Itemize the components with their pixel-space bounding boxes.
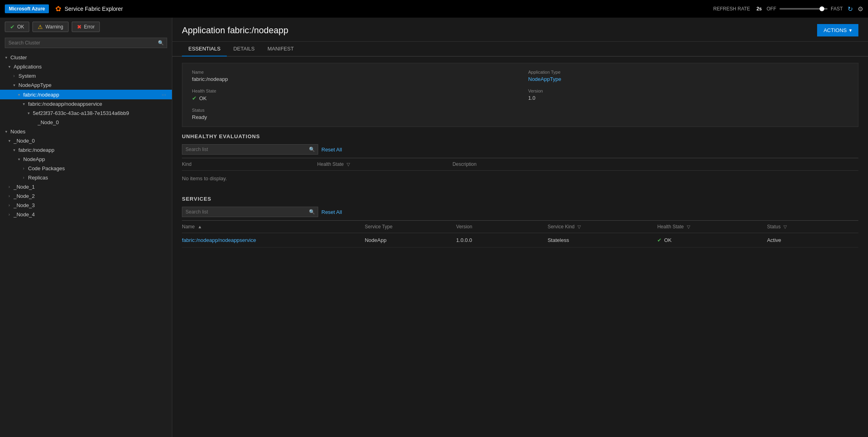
svc-col-status[interactable]: Status ▽ xyxy=(767,224,858,230)
toggle-icon-applications: ▾ xyxy=(6,64,12,69)
ok-icon: ✔ xyxy=(10,24,15,30)
error-button[interactable]: ✖ Error xyxy=(72,22,100,32)
sidebar-item-node0-fabric[interactable]: ▾fabric:/nodeapp xyxy=(0,145,172,155)
toggle-icon-node0-nodeapp: ▾ xyxy=(16,157,22,161)
sidebar-item-replica-hash[interactable]: ▾5ef23f37-633c-43ac-a138-7e15314a6bb9 xyxy=(0,109,172,118)
sidebar-item-node2[interactable]: ›_Node_2 xyxy=(0,191,172,201)
gear-icon: ✿ xyxy=(55,4,61,13)
tab-details[interactable]: DETAILS xyxy=(227,42,261,56)
svc-col-name[interactable]: Name ▲ xyxy=(182,224,365,230)
actions-button[interactable]: ACTIONS ▾ xyxy=(817,24,858,36)
version-field: Version 1.0 xyxy=(528,89,848,101)
speed-slider[interactable]: OFF FAST xyxy=(767,6,843,12)
sidebar-item-label-node0-fabric: fabric:/nodeapp xyxy=(18,147,55,153)
sidebar-item-label-node0-under-replica: _Node_0 xyxy=(38,119,59,125)
status-label: Status xyxy=(192,108,512,113)
toggle-icon-replica-hash: ▾ xyxy=(26,111,31,115)
tab-essentials[interactable]: ESSENTIALS xyxy=(182,42,227,56)
sidebar-item-node0[interactable]: ▾_Node_0 xyxy=(0,136,172,145)
unhealthy-search-icon: 🔍 xyxy=(309,147,315,152)
unhealthy-table-header: Kind Health State ▽ Description xyxy=(182,158,858,171)
health-state-value: ✔ OK xyxy=(192,95,512,101)
sidebar-item-node3[interactable]: ›_Node_3 xyxy=(0,201,172,210)
svc-health-filter-icon: ▽ xyxy=(687,224,690,229)
col-kind: Kind xyxy=(182,161,317,167)
app-title: ✿ Service Fabric Explorer xyxy=(55,4,123,13)
sidebar-item-label-node0-nodeapp: NodeApp xyxy=(23,156,45,162)
sidebar-item-label-node2: _Node_2 xyxy=(14,193,35,199)
sidebar-item-node0-under-replica[interactable]: _Node_0 xyxy=(0,118,172,127)
services-search-icon: 🔍 xyxy=(309,209,315,215)
sidebar-item-cluster[interactable]: ▾Cluster xyxy=(0,53,172,62)
services-search-input[interactable] xyxy=(182,207,318,217)
sidebar-item-label-nodes: Nodes xyxy=(10,129,26,135)
status-value: Ready xyxy=(192,114,512,120)
warning-icon: ⚠ xyxy=(38,24,43,30)
svc-col-health-state[interactable]: Health State ▽ xyxy=(657,224,767,230)
sidebar-item-label-node0-replicas: Replicas xyxy=(28,175,48,181)
sidebar-item-fabric-nodeapp[interactable]: ▾fabric:/nodeapp··· xyxy=(0,90,172,99)
unhealthy-section: UNHEALTHY EVALUATIONS 🔍 Reset All Kind H… xyxy=(172,133,868,196)
sidebar-item-applications[interactable]: ▾Applications xyxy=(0,62,172,71)
toggle-icon-node2: › xyxy=(6,194,12,198)
warning-button[interactable]: ⚠ Warning xyxy=(32,22,68,32)
settings-icon[interactable]: ⚙ xyxy=(858,5,863,13)
fast-label: FAST xyxy=(831,6,843,12)
sidebar-item-node0-nodeapp[interactable]: ▾NodeApp xyxy=(0,155,172,164)
off-label: OFF xyxy=(767,6,776,12)
actions-chevron-icon: ▾ xyxy=(849,27,852,33)
health-state-filter-icon[interactable]: ▽ xyxy=(347,162,350,167)
azure-logo[interactable]: Microsoft Azure xyxy=(5,4,49,13)
sidebar-item-nodes[interactable]: ▾Nodes xyxy=(0,127,172,136)
toggle-icon-system: › xyxy=(11,74,17,78)
sidebar-item-node1[interactable]: ›_Node_1 xyxy=(0,182,172,191)
sidebar-item-system[interactable]: ›System xyxy=(0,71,172,81)
unhealthy-section-title: UNHEALTHY EVALUATIONS xyxy=(182,133,858,139)
slider-track[interactable] xyxy=(779,8,828,10)
ok-button[interactable]: ✔ OK xyxy=(5,22,29,32)
app-title-text: Service Fabric Explorer xyxy=(65,6,123,12)
toggle-icon-nodes: ▾ xyxy=(3,129,9,134)
service-health-text: OK xyxy=(664,237,672,243)
version-label: Version xyxy=(528,89,848,93)
services-search-bar: 🔍 Reset All xyxy=(182,207,858,217)
sidebar-item-fabric-nodeapp-service[interactable]: ▾fabric:/nodeapp/nodeappservice xyxy=(0,99,172,109)
unhealthy-reset-link[interactable]: Reset All xyxy=(321,147,342,153)
page-title-prefix: Application xyxy=(182,25,225,35)
refresh-icon[interactable]: ↻ xyxy=(848,5,853,13)
search-cluster-input[interactable] xyxy=(5,38,167,48)
toggle-icon-node3: › xyxy=(6,203,12,207)
service-health-cell: ✔OK xyxy=(657,237,767,243)
no-items-message: No items to display. xyxy=(182,171,858,186)
slider-thumb xyxy=(820,6,824,11)
page-title-name: fabric:/nodeapp xyxy=(228,25,289,35)
sidebar-item-node4[interactable]: ›_Node_4 xyxy=(0,210,172,219)
service-name-cell[interactable]: fabric:/nodeapp/nodeappservice xyxy=(182,237,365,243)
toggle-icon-cluster: ▾ xyxy=(3,55,9,60)
topbar-right: REFRESH RATE 2s OFF FAST ↻ ⚙ xyxy=(713,5,863,13)
sidebar-item-label-fabric-nodeapp-service: fabric:/nodeapp/nodeappservice xyxy=(28,101,102,107)
actions-label: ACTIONS xyxy=(824,27,847,33)
sidebar-item-node0-replicas[interactable]: ›Replicas xyxy=(0,173,172,182)
search-cluster-icon: 🔍 xyxy=(158,40,164,46)
name-value: fabric:/nodeapp xyxy=(192,76,512,82)
service-type-cell: NodeApp xyxy=(365,237,456,243)
toggle-icon-node0-fabric: ▾ xyxy=(11,148,17,152)
app-type-value[interactable]: NodeAppType xyxy=(528,76,848,82)
unhealthy-search-input[interactable] xyxy=(182,144,318,155)
sidebar-item-label-node0-code-packages: Code Packages xyxy=(28,165,65,171)
services-table: Name ▲ Service Type Version Service Kind… xyxy=(182,220,858,248)
services-reset-link[interactable]: Reset All xyxy=(321,209,342,215)
toggle-icon-node1: › xyxy=(6,185,12,189)
sidebar-item-nodeapptype[interactable]: ▾NodeAppType xyxy=(0,81,172,90)
name-label: Name xyxy=(192,70,512,75)
name-sort-icon: ▲ xyxy=(198,224,202,229)
sidebar-status-buttons: ✔ OK ⚠ Warning ✖ Error xyxy=(0,18,172,36)
tab-manifest[interactable]: MANIFEST xyxy=(261,42,300,56)
svc-col-version: Version xyxy=(456,224,547,230)
svc-col-service-kind[interactable]: Service Kind ▽ xyxy=(547,224,657,230)
sidebar-item-node0-code-packages[interactable]: ›Code Packages xyxy=(0,164,172,173)
dots-menu-fabric-nodeapp[interactable]: ··· xyxy=(159,91,169,98)
version-value: 1.0 xyxy=(528,95,848,101)
toggle-icon-node0: ▾ xyxy=(6,139,12,143)
